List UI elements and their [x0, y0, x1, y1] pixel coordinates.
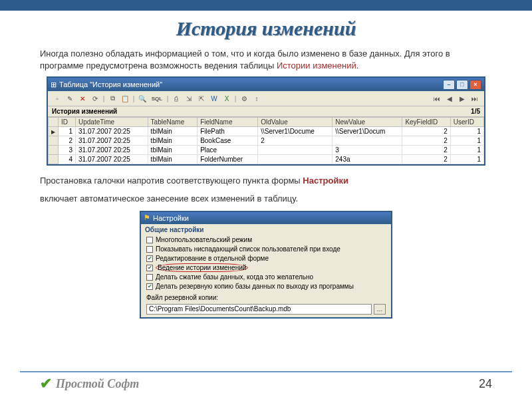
row-marker-icon	[49, 127, 59, 136]
sql-icon[interactable]: SQL	[150, 93, 164, 104]
footer: ✔ Простой Софт 24	[0, 371, 532, 399]
checkbox-icon[interactable]	[146, 246, 153, 253]
option-label: Показывать ниспадающий список пользовате…	[156, 245, 340, 253]
history-grid[interactable]: ID UpdateTime TableName FieldName OldVal…	[48, 117, 484, 164]
option-row-history[interactable]: Ведение истории изменений	[141, 263, 391, 273]
history-titlebar: ⊞ Таблица "История изменений" – □ ×	[48, 78, 484, 91]
copy-icon[interactable]: ⧉	[107, 93, 118, 104]
last-icon[interactable]: ⏭	[469, 93, 480, 104]
history-window: ⊞ Таблица "История изменений" – □ × ▫ ✎ …	[47, 76, 485, 166]
col-userid[interactable]: UserID	[450, 118, 483, 127]
page-title: История изменений	[40, 17, 492, 40]
option-row[interactable]: Редактирование в отдельной форме	[141, 254, 391, 263]
col-id[interactable]: ID	[59, 118, 76, 127]
backup-path-input[interactable]	[146, 304, 372, 315]
option-row[interactable]: Показывать ниспадающий список пользовате…	[141, 245, 391, 254]
option-label: Редактирование в отдельной форме	[156, 255, 269, 262]
col-tablename[interactable]: TableName	[148, 118, 198, 127]
para2-a: Простановка галочки напротив соответству…	[40, 176, 303, 186]
option-label-circled: Ведение истории изменений	[156, 263, 248, 272]
checkbox-icon[interactable]	[146, 255, 153, 262]
history-toolbar: ▫ ✎ ✕ ⟳ | ⧉ 📋 | 🔍 SQL | ⎙ ⇲ ⇱ W X | ⚙ ↕ …	[48, 91, 484, 106]
option-row[interactable]: Делать сжатие базы данных, когда это жел…	[141, 273, 391, 282]
grid-header-row: ID UpdateTime TableName FieldName OldVal…	[49, 118, 484, 127]
history-subheader: История изменений 1/5	[48, 106, 484, 117]
print-icon[interactable]: ⎙	[171, 93, 182, 104]
minimize-button[interactable]: –	[443, 80, 455, 90]
edit-icon[interactable]: ✎	[65, 93, 75, 104]
checkbox-icon[interactable]	[146, 274, 153, 281]
settings-title: Настройки	[150, 214, 388, 222]
delete-icon[interactable]: ✕	[77, 93, 88, 104]
option-row[interactable]: Делать резервную копию базы данных по вы…	[141, 282, 391, 291]
table-row[interactable]: 2 31.07.2007 20:25 tblMain BookCase 2 2 …	[49, 136, 484, 146]
new-icon[interactable]: ▫	[52, 93, 63, 104]
option-label: Делать резервную копию базы данных по вы…	[156, 283, 354, 290]
browse-button[interactable]: …	[374, 304, 386, 315]
checkbox-icon[interactable]	[146, 283, 153, 290]
table-row[interactable]: 1 31.07.2007 20:25 tblMain FilePath \\Se…	[49, 127, 484, 136]
word-export-icon[interactable]: W	[209, 93, 219, 104]
import-icon[interactable]: ⇱	[196, 93, 207, 104]
top-bar	[0, 0, 532, 11]
option-label: Делать сжатие базы данных, когда это жел…	[156, 273, 313, 281]
footer-divider	[20, 371, 512, 372]
close-button[interactable]: ×	[469, 80, 481, 90]
col-keyfieldid[interactable]: KeyFieldID	[402, 118, 450, 127]
settings-window: ⚑ Настройки Общие настройки Многопользов…	[140, 211, 392, 319]
search-icon[interactable]: 🔍	[137, 93, 148, 104]
page-number: 24	[479, 377, 492, 391]
col-newvalue[interactable]: NewValue	[332, 118, 402, 127]
checkbox-icon[interactable]	[146, 265, 153, 271]
option-row[interactable]: Многопользовательский режим	[141, 235, 391, 245]
table-row[interactable]: 3 31.07.2007 20:25 tblMain Place 3 2 1	[49, 146, 484, 155]
intro-paragraph: Иногда полезно обладать информацией о то…	[40, 48, 492, 71]
brand-name: Простой Софт	[56, 377, 139, 391]
row-counter: 1/5	[471, 108, 480, 115]
middle-paragraph: Простановка галочки напротив соответству…	[40, 175, 492, 188]
intro-highlight: Истории изменений	[277, 61, 356, 70]
col-fieldname[interactable]: FieldName	[198, 118, 258, 127]
subheader-label: История изменений	[52, 108, 471, 115]
settings-titlebar: ⚑ Настройки	[141, 212, 391, 224]
path-row: …	[141, 303, 391, 317]
first-icon[interactable]: ⏮	[432, 93, 442, 104]
option-label: Многопользовательский режим	[156, 236, 252, 243]
maximize-button[interactable]: □	[456, 80, 468, 90]
path-label: Файл резервной копии:	[146, 294, 218, 301]
prev-icon[interactable]: ◀	[444, 93, 455, 104]
settings-section-header: Общие настройки	[141, 224, 391, 235]
intro-text: Иногда полезно обладать информацией о то…	[40, 49, 450, 70]
refresh-icon[interactable]: ⟳	[90, 93, 100, 104]
window-grid-icon: ⊞	[51, 80, 57, 89]
export-icon[interactable]: ⇲	[184, 93, 194, 104]
table-row[interactable]: 4 31.07.2007 20:25 tblMain FolderNumber …	[49, 155, 484, 164]
path-label-row: Файл резервной копии:	[141, 293, 391, 303]
next-icon[interactable]: ▶	[457, 93, 467, 104]
history-title: Таблица "История изменений"	[57, 80, 443, 88]
checkbox-icon[interactable]	[146, 237, 153, 243]
col-updatetime[interactable]: UpdateTime	[76, 118, 148, 127]
settings-icon[interactable]: ⚙	[239, 93, 249, 104]
sort-icon[interactable]: ↕	[251, 93, 262, 104]
brand-logo: ✔ Простой Софт	[40, 375, 139, 392]
settings-title-icon: ⚑	[144, 213, 150, 222]
para2-highlight: Настройки	[303, 176, 348, 186]
middle-paragraph-b: включает автоматическое занесение всех и…	[40, 193, 492, 205]
col-oldvalue[interactable]: OldValue	[258, 118, 332, 127]
check-icon: ✔	[40, 375, 52, 392]
excel-export-icon[interactable]: X	[221, 93, 232, 104]
paste-icon[interactable]: 📋	[120, 93, 130, 104]
slide-body: История изменений Иногда полезно обладат…	[0, 11, 532, 319]
